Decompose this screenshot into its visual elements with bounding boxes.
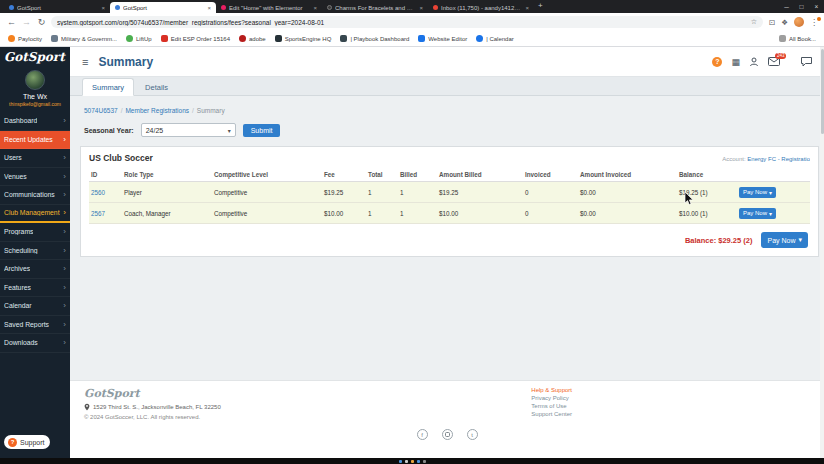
back-icon[interactable]: ← [6, 13, 17, 31]
hamburger-icon[interactable]: ≡ [82, 56, 88, 68]
row-id-link[interactable]: 2560 [89, 182, 122, 203]
close-button[interactable]: × [809, 0, 824, 13]
sidebar-item-label: Features [4, 284, 31, 291]
chevron-right-icon: › [63, 153, 66, 162]
forward-icon[interactable]: → [21, 13, 32, 31]
favicon [433, 5, 438, 10]
scrollbar-thumb[interactable] [821, 49, 824, 134]
page-scrollbar[interactable] [820, 47, 824, 458]
address-bar[interactable]: system.gotsport.com/org/5074u6537/member… [51, 16, 763, 28]
row-fee: $19.25 [322, 182, 366, 203]
sidebar-item-calendar[interactable]: Calendar› [0, 297, 70, 316]
taskbar-icon[interactable] [417, 460, 420, 463]
sidebar-item-users[interactable]: Users› [0, 149, 70, 168]
bookmark-item[interactable]: | Playbook Dashboard [340, 35, 409, 42]
breadcrumb-org-id[interactable]: 5074U6537 [84, 107, 118, 114]
row-id-link[interactable]: 2567 [89, 203, 122, 224]
bookmark-item[interactable]: SportsEngine HQ [275, 35, 332, 42]
bookmark-favicon [340, 35, 347, 42]
link-terms-of-use[interactable]: Terms of Use [531, 403, 572, 409]
new-tab-button[interactable]: + [538, 0, 543, 11]
profile-avatar[interactable] [794, 17, 804, 27]
pay-now-total-button[interactable]: Pay Now▾ [761, 232, 808, 248]
sidebar-item-dashboard[interactable]: Dashboard› [0, 112, 70, 131]
sidebar-item-label: Communications [4, 191, 55, 198]
seasonal-year-select[interactable]: 24/25 ▾ [141, 123, 236, 137]
taskbar-icon[interactable] [411, 460, 414, 463]
extensions-icon[interactable]: ❖ [781, 18, 788, 27]
instagram-icon[interactable] [442, 429, 453, 440]
bookmark-item[interactable]: Website Editor [418, 35, 467, 42]
table-header-row: ID Role Type Competitive Level Fee Total… [89, 168, 810, 182]
bookmark-label: Military & Governm... [61, 36, 117, 42]
breadcrumb-member-registrations[interactable]: Member Registrations [125, 107, 189, 114]
bookmark-item[interactable]: Military & Governm... [51, 35, 117, 42]
taskbar-icon[interactable] [399, 460, 402, 463]
bookmark-label: Edit ESP Order 15164 [171, 36, 230, 42]
all-bookmarks[interactable]: All Book... [779, 35, 816, 42]
bookmark-item[interactable]: Edit ESP Order 15164 [161, 35, 230, 42]
bookmark-favicon [161, 35, 168, 42]
link-support-center[interactable]: Support Center [531, 411, 572, 417]
browser-tab-3[interactable]: Edit "Home" with Elementor × [216, 2, 322, 13]
sidebar-item-club-management[interactable]: Club Management› [0, 205, 70, 224]
account-email[interactable]: thinspikefo@gmail.com [0, 100, 70, 107]
update-badge [817, 17, 821, 21]
bookmark-item[interactable]: adobe [239, 35, 266, 42]
twitter-icon[interactable]: t [467, 429, 478, 440]
browser-tab-5[interactable]: Inbox (11,750) - aandy1412@... × [428, 2, 534, 13]
account-link[interactable]: Energy FC - Registratio [747, 156, 810, 162]
sidebar-item-label: Users [4, 154, 22, 161]
link-privacy-policy[interactable]: Privacy Policy [531, 395, 572, 401]
support-button[interactable]: ? Support [4, 435, 50, 449]
refresh-icon[interactable]: ↻ [36, 13, 47, 31]
taskbar-icon[interactable] [423, 460, 426, 463]
mail-count-badge: 243 [775, 53, 786, 59]
tab-close-icon[interactable]: × [101, 5, 105, 11]
bookmark-item[interactable]: | Calendar [476, 35, 514, 42]
pay-now-button[interactable]: Pay Now▾ [739, 208, 776, 219]
sidebar-item-label: Archives [4, 265, 30, 272]
side-panel-icon[interactable]: ⊡ [769, 18, 775, 27]
sidebar-menu: Dashboard› Recent Updates› Users› Venues… [0, 112, 70, 353]
sidebar-item-communications[interactable]: Communications› [0, 186, 70, 205]
tab-details[interactable]: Details [136, 79, 177, 95]
browser-menu-icon[interactable]: ⋮ [810, 18, 818, 27]
club-avatar[interactable] [25, 70, 45, 90]
submit-button[interactable]: Submit [243, 124, 281, 137]
sidebar-item-venues[interactable]: Venues› [0, 168, 70, 187]
user-icon[interactable] [749, 57, 759, 67]
chat-icon[interactable] [801, 57, 812, 67]
help-icon[interactable]: ? [712, 57, 722, 67]
bookmark-item[interactable]: Paylocity [8, 35, 42, 42]
tab-summary[interactable]: Summary [82, 78, 134, 96]
browser-tab-2-active[interactable]: GotSport × [110, 2, 216, 13]
tab-close-icon[interactable]: × [419, 5, 423, 11]
tab-close-icon[interactable]: × [313, 5, 317, 11]
main-area: ≡ Summary ? ▦ 243 [70, 47, 824, 458]
sidebar-item-archives[interactable]: Archives› [0, 260, 70, 279]
facebook-icon[interactable]: f [417, 429, 428, 440]
link-help-support[interactable]: Help & Support [531, 387, 572, 393]
support-help-icon: ? [8, 438, 17, 447]
browser-tab-4[interactable]: Charms For Bracelets and Nec... × [322, 2, 428, 13]
taskbar-icon[interactable] [405, 460, 408, 463]
tab-close-icon[interactable]: × [525, 5, 529, 11]
sidebar-item-saved-reports[interactable]: Saved Reports› [0, 316, 70, 335]
pay-now-button[interactable]: Pay Now▾ [739, 187, 776, 198]
sidebar-item-recent-updates[interactable]: Recent Updates› [0, 131, 70, 150]
tab-close-icon[interactable]: × [207, 5, 211, 11]
bookmark-item[interactable]: LiftUp [126, 35, 152, 42]
sidebar-item-label: Calendar [4, 302, 32, 309]
sidebar-item-programs[interactable]: Programs› [0, 223, 70, 242]
sidebar-item-downloads[interactable]: Downloads› [0, 334, 70, 353]
bookmark-star-icon[interactable]: ☆ [751, 18, 757, 26]
mail-icon[interactable]: 243 [768, 57, 780, 66]
browser-tab-1[interactable]: GotSport × [4, 2, 110, 13]
sidebar-item-features[interactable]: Features› [0, 279, 70, 298]
apps-grid-icon[interactable]: ▦ [731, 57, 740, 67]
chevron-right-icon: › [63, 264, 66, 273]
maximize-button[interactable]: □ [794, 0, 809, 13]
sidebar-item-scheduling[interactable]: Scheduling› [0, 242, 70, 261]
minimize-button[interactable]: ─ [779, 0, 794, 13]
